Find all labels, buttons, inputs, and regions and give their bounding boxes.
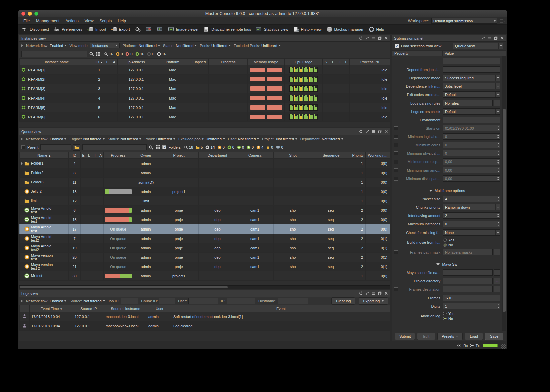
queue-col-sequence[interactable]: Sequence [312, 152, 350, 159]
wand-button[interactable] [365, 36, 369, 40]
logs-col-event-time[interactable]: Event Time▼ [30, 305, 73, 312]
spinner-minimum-ram-amo[interactable]: 0,00 [443, 167, 500, 173]
spinner-interleaving-amount[interactable]: 2 [443, 212, 500, 219]
menu-button[interactable] [372, 291, 375, 295]
logs-col-source-ip[interactable]: Source IP [73, 305, 104, 312]
spinner-minimum-disk-spac[interactable]: 0,00 [443, 175, 500, 182]
queue-col-id[interactable]: ID [69, 152, 81, 159]
queue-row[interactable]: Maya Arnold test15adminprojedepcam1shose… [20, 215, 390, 224]
toolbar-button-services[interactable] [135, 27, 141, 32]
spinner-maximum-instances[interactable]: 0 [443, 221, 500, 227]
radio-build-movie-from-fi-yes[interactable]: Yes [443, 238, 454, 242]
browse-button-logs-parsing-rules[interactable]: ... [494, 100, 500, 106]
spin-up-icon[interactable] [496, 167, 500, 170]
instances-col-process-pri[interactable]: Process Pri [350, 59, 390, 65]
collapse-filters-icon[interactable] [21, 300, 23, 302]
toolbar-button-history-view[interactable]: History view [293, 27, 322, 32]
checkbox-minimum-cores[interactable] [394, 143, 398, 147]
queue-count-folder[interactable]: 5 [196, 145, 203, 149]
section-maya-sw[interactable]: Maya Sw [392, 260, 502, 268]
logs-col-user[interactable]: User [147, 305, 172, 312]
spin-down-icon[interactable] [496, 128, 500, 131]
instances-filter-select-network-flow[interactable]: Enabled [50, 44, 66, 48]
wand-button[interactable] [481, 36, 485, 40]
queue-col-owner[interactable]: Owner [133, 152, 159, 159]
menu-view[interactable]: View [82, 17, 97, 25]
collapse-filters-icon[interactable] [21, 44, 23, 47]
instances-col-memory-usage[interactable]: Memory usage [248, 59, 285, 65]
menu-scripts[interactable]: Scripts [97, 17, 115, 25]
browse-button-project-directory[interactable]: ... [494, 278, 500, 284]
queue-filter-select-department[interactable]: Not filtered [322, 137, 343, 141]
clear-log-button[interactable]: Clear log [331, 297, 355, 305]
input-maya-scene-file-na[interactable] [443, 269, 493, 276]
property-column-label[interactable]: Property [392, 50, 442, 56]
value-column-label[interactable]: Value [442, 50, 506, 56]
queue-row[interactable]: Maya version test 221On queueadminprojed… [20, 262, 390, 271]
instances-count-search[interactable]: 16 [104, 52, 113, 56]
instance-row[interactable]: RFARM[5]5127.0.0.1MacIdle [20, 103, 390, 112]
spin-down-icon[interactable] [496, 153, 500, 156]
select-check-for-missing-f[interactable]: None [443, 229, 500, 236]
instances-count-dot-dark[interactable]: 0 [147, 52, 154, 56]
spin-up-icon[interactable] [496, 303, 500, 306]
queue-col-l[interactable]: L [86, 152, 92, 159]
parent-checkbox[interactable] [21, 145, 25, 149]
checkbox-minimum-ram-amo[interactable] [394, 168, 398, 172]
toolbar-button-disconnect[interactable]: Disconnect [22, 27, 49, 32]
toolbar-button-node-editor[interactable] [146, 27, 152, 32]
queue-col-working-n[interactable]: Working n... [366, 152, 390, 159]
toolbar-button-image-viewer[interactable]: Image viewer [168, 27, 199, 32]
spinner-packet-size[interactable]: 4 [443, 196, 500, 202]
instances-filter-select-excluded-pools[interactable]: Unfiltered [261, 44, 281, 48]
wand-button[interactable] [365, 291, 369, 295]
queue-filter-select-pools[interactable]: Unfiltered [156, 137, 175, 141]
spin-up-icon[interactable] [496, 125, 500, 128]
toolbar-button-remote-control[interactable] [157, 27, 163, 32]
spin-up-icon[interactable] [496, 159, 500, 162]
queue-col-department[interactable]: Department [199, 152, 236, 159]
instance-row[interactable]: RFARM[3]3127.0.0.1MacIdle [20, 84, 390, 93]
queue-col-shot[interactable]: Shot [274, 152, 312, 159]
search-icon[interactable] [149, 145, 154, 150]
queue-col-a[interactable]: A [98, 152, 104, 159]
folders-checkbox[interactable] [162, 145, 166, 149]
spin-down-icon[interactable] [496, 162, 500, 165]
horizontal-scrollbar[interactable] [19, 285, 390, 289]
instances-filter-select-platform[interactable]: Not filtered [139, 44, 160, 48]
spin-up-icon[interactable] [496, 142, 500, 145]
input-blank[interactable] [443, 58, 500, 64]
workspace-menu-icon[interactable] [499, 19, 505, 23]
instances-col-j[interactable]: J [336, 59, 343, 65]
wand-button[interactable] [365, 130, 369, 133]
queue-row[interactable]: Maya version test20On queueadminprojedep… [20, 253, 390, 262]
spinner-starts-on[interactable]: 01/01/1970 01:00 [443, 125, 500, 131]
instances-count-dot-red[interactable]: 0 [125, 52, 132, 56]
spin-up-icon[interactable] [496, 196, 500, 199]
close-window-button[interactable] [21, 12, 25, 16]
queue-col-project[interactable]: Project [159, 152, 199, 159]
queue-filter-select-project[interactable]: Not filtered [276, 137, 297, 141]
close-button[interactable] [384, 291, 388, 295]
scrollbar-thumb[interactable] [503, 109, 506, 312]
browse-button-frames-destination[interactable]: ... [494, 286, 500, 292]
scrollbar-thumb[interactable] [20, 286, 228, 288]
spin-down-icon[interactable] [496, 199, 500, 202]
toolbar-button-dispatcher-remote-logs[interactable]: Dispatcher remote logs [203, 27, 251, 32]
vertical-scrollbar[interactable] [502, 56, 506, 331]
checkbox-frames-path-mask[interactable] [394, 250, 398, 254]
save-button[interactable]: Save [485, 333, 503, 340]
spin-up-icon[interactable] [496, 213, 500, 216]
instances-filter-select-view-mode[interactable]: Instances [90, 43, 120, 48]
menu-help[interactable]: Help [115, 17, 129, 25]
select-logs-errors-check[interactable]: Default [443, 108, 500, 115]
toolbar-button-backup-manager[interactable]: Backup manager [326, 27, 364, 32]
queue-col-camera[interactable]: Camera [236, 152, 274, 159]
detach-button[interactable] [378, 291, 382, 295]
instances-col-s[interactable]: S [323, 59, 329, 65]
radio-build-movie-from-fi-no[interactable]: No [443, 243, 454, 247]
queue-row[interactable]: Maya Arnold test219On queueadminprojedep… [20, 243, 390, 253]
browse-button-maya-scene-file-na[interactable]: ... [494, 269, 500, 276]
instance-row[interactable]: RFARM[4]4127.0.0.1MacIdle [20, 93, 390, 103]
instance-row[interactable]: RFARM[1]1127.0.0.1MacIdle [20, 65, 390, 75]
